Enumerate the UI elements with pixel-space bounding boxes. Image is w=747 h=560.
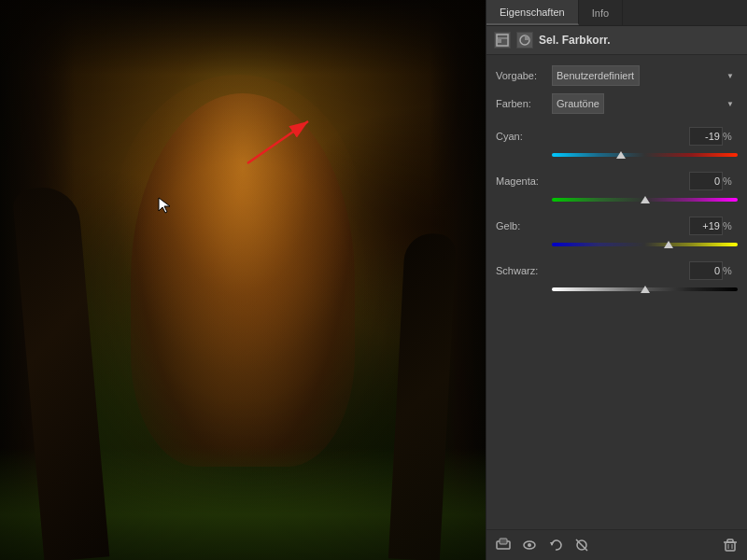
farben-row: Farben: Grautöne — [496, 91, 738, 117]
farben-dropdown[interactable]: Grautöne — [552, 93, 604, 114]
panel-tabs: Eigenschaften Info — [486, 0, 747, 26]
tab-info[interactable]: Info — [579, 0, 623, 25]
magenta-unit: % — [723, 175, 738, 187]
svg-line-13 — [576, 539, 587, 551]
magenta-slider-track[interactable] — [552, 198, 738, 202]
gelb-slider-track[interactable] — [552, 243, 738, 246]
cyan-unit: % — [723, 131, 738, 142]
magenta-value-input[interactable] — [689, 172, 723, 190]
layer-icon — [494, 32, 511, 49]
panel-footer — [486, 529, 747, 560]
cyan-slider-container — [552, 148, 738, 161]
clip-icon[interactable] — [494, 536, 513, 554]
properties-panel: Eigenschaften Info Sel. Farbko — [486, 0, 747, 560]
panel-title: Sel. Farbkorr. — [539, 34, 611, 47]
image-canvas — [0, 0, 486, 560]
panel-body: Vorgabe: Benutzerdefiniert Farben: Graut… — [486, 55, 747, 529]
cyan-slider-thumb[interactable] — [616, 151, 626, 159]
vorgabe-control: Benutzerdefiniert — [552, 65, 738, 86]
farben-control: Grautöne — [552, 93, 738, 114]
schwarz-value-input[interactable] — [689, 261, 723, 280]
undo-icon[interactable] — [546, 536, 565, 554]
magenta-label: Magenta: — [496, 175, 552, 187]
cyan-value-input[interactable] — [689, 127, 723, 146]
gelb-value-input[interactable] — [689, 217, 723, 235]
svg-marker-11 — [550, 542, 554, 546]
adjustment-icon — [516, 32, 533, 49]
schwarz-unit: % — [723, 265, 738, 276]
farben-label: Farben: — [496, 98, 552, 109]
magenta-slider-container — [552, 193, 738, 206]
visibility-toggle-icon[interactable] — [572, 536, 591, 554]
svg-point-10 — [528, 543, 531, 547]
vorgabe-dropdown[interactable]: Benutzerdefiniert — [552, 65, 640, 86]
tab-eigenschaften[interactable]: Eigenschaften — [486, 0, 579, 25]
gelb-label: Gelb: — [496, 220, 552, 231]
farben-dropdown-wrapper: Grautöne — [552, 93, 738, 114]
svg-rect-5 — [498, 39, 501, 43]
schwarz-slider-thumb[interactable] — [641, 286, 650, 293]
gelb-unit: % — [723, 220, 738, 231]
svg-rect-16 — [727, 539, 733, 542]
trash-icon[interactable] — [721, 536, 740, 554]
magenta-row: Magenta: % — [496, 169, 738, 212]
vorgabe-row: Vorgabe: Benutzerdefiniert — [496, 63, 738, 89]
vorgabe-dropdown-wrapper: Benutzerdefiniert — [552, 65, 738, 86]
eye-icon[interactable] — [520, 536, 539, 554]
schwarz-row: Schwarz: % — [496, 259, 738, 301]
gelb-row: Gelb: % — [496, 214, 738, 257]
panel-header: Sel. Farbkorr. — [486, 26, 747, 55]
gelb-slider-container — [552, 238, 738, 251]
vorgabe-label: Vorgabe: — [496, 70, 552, 81]
schwarz-label: Schwarz: — [496, 265, 552, 276]
cyan-slider-track[interactable] — [552, 153, 738, 157]
schwarz-slider-container — [552, 283, 738, 296]
gelb-slider-thumb[interactable] — [664, 241, 673, 248]
svg-rect-14 — [726, 542, 735, 551]
magenta-slider-thumb[interactable] — [641, 196, 650, 203]
cyan-row: Cyan: % — [496, 124, 738, 167]
cyan-label: Cyan: — [496, 131, 552, 142]
schwarz-slider-track[interactable] — [552, 287, 738, 291]
svg-rect-8 — [500, 539, 507, 544]
